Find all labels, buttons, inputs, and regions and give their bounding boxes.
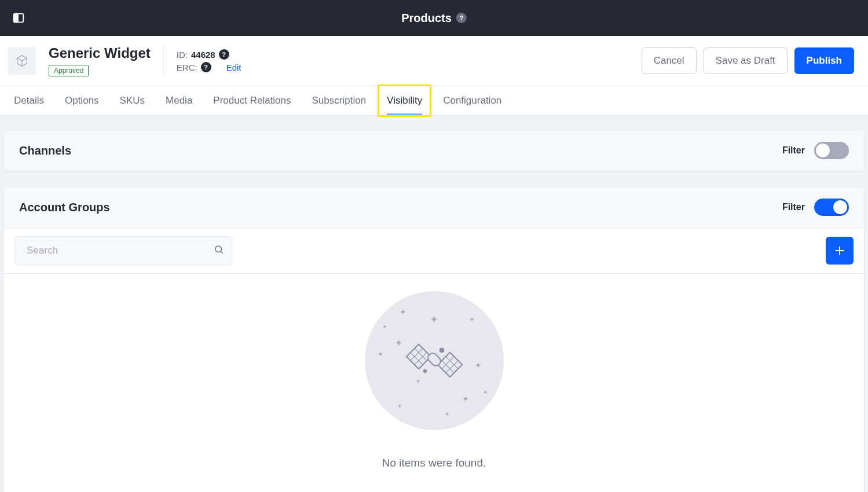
empty-state-text: No items were found. [382, 457, 486, 469]
channels-filter-toggle[interactable] [814, 142, 849, 159]
product-id-value: 44628 [191, 50, 215, 60]
sparkle-icon: ✦ [400, 307, 406, 317]
account-groups-filter-toggle[interactable] [814, 199, 849, 216]
status-badge: Approved [49, 65, 89, 76]
account-groups-filter-label: Filter [782, 202, 805, 212]
channels-panel: Channels Filter [3, 130, 865, 171]
product-erc-label: ERC: [177, 63, 197, 72]
empty-state-illustration: ✦ ✦ ✦ ✦ ✦ ✦ ✦ ✦ ✦ ✦ ✦ ✦ [365, 291, 504, 430]
tab-media[interactable]: Media [166, 86, 192, 115]
help-icon[interactable]: ? [456, 13, 467, 23]
tab-options[interactable]: Options [65, 86, 99, 115]
tabs-wrap: DetailsOptionsSKUsMediaProduct Relations… [0, 86, 868, 116]
svg-point-2 [215, 246, 222, 252]
tab-subscription[interactable]: Subscription [312, 86, 367, 115]
svg-line-3 [221, 251, 222, 253]
product-name: Generic Widget [49, 45, 151, 61]
save-draft-button[interactable]: Save as Draft [704, 47, 788, 74]
channels-header: Channels Filter [4, 130, 864, 171]
search-icon [214, 244, 224, 257]
panel-toggle-icon[interactable] [12, 11, 25, 25]
tab-configuration[interactable]: Configuration [443, 86, 501, 115]
page-title: Products ? [401, 12, 467, 25]
toggle-knob [833, 200, 847, 214]
product-meta: ID: 44628 ? ERC: ? Edit [163, 45, 241, 76]
svg-rect-1 [14, 14, 18, 23]
edit-link[interactable]: Edit [226, 63, 241, 72]
svg-point-17 [440, 348, 444, 353]
product-id-row: ID: 44628 ? [177, 49, 241, 60]
sparkle-icon: ✦ [469, 315, 475, 324]
cancel-button[interactable]: Cancel [642, 47, 697, 74]
product-header: Generic Widget Approved ID: 44628 ? ERC:… [0, 36, 868, 86]
sparkle-icon: ✦ [462, 394, 469, 403]
satellite-icon [400, 326, 469, 395]
sparkle-icon: ✦ [416, 378, 420, 384]
channels-filter-block: Filter [782, 142, 849, 159]
id-help-icon[interactable]: ? [219, 49, 229, 60]
tab-details[interactable]: Details [14, 86, 44, 115]
svg-rect-11 [437, 353, 462, 377]
sparkle-icon: ✦ [397, 403, 402, 409]
channels-title: Channels [19, 144, 71, 157]
account-groups-toolbar [4, 228, 864, 274]
svg-rect-6 [406, 344, 430, 369]
account-groups-header: Account Groups Filter [4, 187, 864, 228]
header-actions: Cancel Save as Draft Publish [642, 47, 854, 74]
product-title-block: Generic Widget Approved [49, 45, 151, 76]
account-groups-panel: Account Groups Filter [3, 186, 865, 492]
sparkle-icon: ✦ [395, 337, 402, 348]
product-id-label: ID: [177, 50, 188, 60]
search-input[interactable] [14, 236, 232, 265]
page-title-text: Products [401, 12, 452, 25]
sparkle-icon: ✦ [475, 361, 482, 370]
empty-state: ✦ ✦ ✦ ✦ ✦ ✦ ✦ ✦ ✦ ✦ ✦ ✦ No items were fo… [4, 274, 864, 492]
tabs: DetailsOptionsSKUsMediaProduct Relations… [0, 86, 868, 116]
tab-skus[interactable]: SKUs [120, 86, 145, 115]
search-wrap [14, 236, 232, 265]
account-groups-filter-block: Filter [782, 199, 849, 216]
sparkle-icon: ✦ [483, 389, 488, 395]
product-erc-row: ERC: ? Edit [177, 62, 241, 72]
sparkle-icon: ✦ [382, 324, 387, 330]
tab-visibility[interactable]: Visibility [387, 86, 422, 115]
sparkle-icon: ✦ [445, 411, 449, 417]
topbar: Products ? [0, 0, 868, 36]
sparkle-icon: ✦ [430, 313, 438, 326]
svg-point-18 [423, 369, 427, 373]
channels-filter-label: Filter [782, 145, 805, 156]
toggle-knob [816, 144, 830, 157]
account-groups-title: Account Groups [19, 201, 110, 214]
erc-help-icon[interactable]: ? [201, 62, 211, 72]
tab-product-relations[interactable]: Product Relations [213, 86, 291, 115]
product-thumbnail [8, 47, 36, 75]
content: Channels Filter Account Groups Filter [0, 116, 868, 492]
plus-icon [833, 244, 846, 257]
add-button[interactable] [826, 237, 854, 265]
publish-button[interactable]: Publish [794, 47, 854, 74]
sparkle-icon: ✦ [378, 350, 383, 358]
